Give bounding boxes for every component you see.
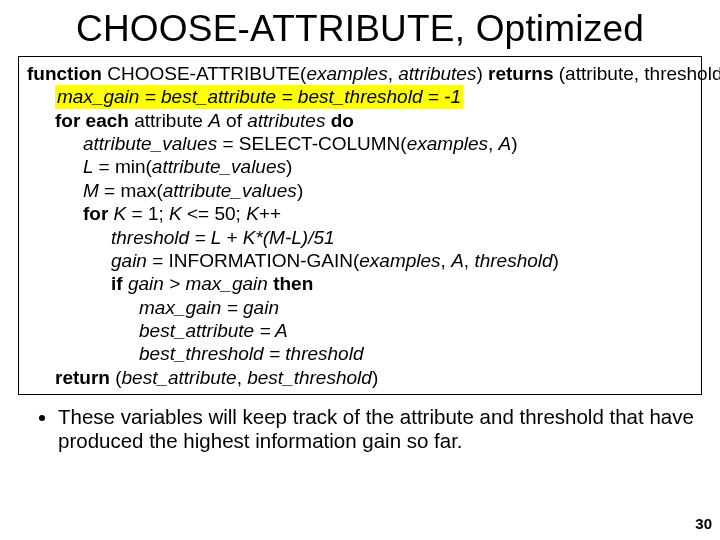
page-number: 30 xyxy=(695,515,712,532)
code-line-setmax: max_gain = gain xyxy=(27,296,693,319)
code-line-init-highlight: max_gain = best_attribute = best_thresho… xyxy=(27,85,693,108)
code-line-threshold: threshold = L + K*(M-L)/51 xyxy=(27,226,693,249)
code-line-max: M = max(attribute_values) xyxy=(27,179,693,202)
pseudocode-box: function CHOOSE-ATTRIBUTE(examples, attr… xyxy=(18,56,702,395)
code-line-setattr: best_attribute = A xyxy=(27,319,693,342)
bullet-list: These variables will keep track of the a… xyxy=(18,405,702,453)
code-line-signature: function CHOOSE-ATTRIBUTE(examples, attr… xyxy=(27,62,693,85)
code-line-gain: gain = INFORMATION-GAIN(examples, A, thr… xyxy=(27,249,693,272)
code-line-if: if gain > max_gain then xyxy=(27,272,693,295)
slide-title: CHOOSE-ATTRIBUTE, Optimized xyxy=(18,8,702,50)
bullet-item: These variables will keep track of the a… xyxy=(58,405,702,453)
code-line-select: attribute_values = SELECT-COLUMN(example… xyxy=(27,132,693,155)
code-line-foreach: for each attribute A of attributes do xyxy=(27,109,693,132)
code-line-setthresh: best_threshold = threshold xyxy=(27,342,693,365)
slide: CHOOSE-ATTRIBUTE, Optimized function CHO… xyxy=(0,0,720,540)
code-line-return: return (best_attribute, best_threshold) xyxy=(27,366,693,389)
code-line-fork: for K = 1; K <= 50; K++ xyxy=(27,202,693,225)
code-line-min: L = min(attribute_values) xyxy=(27,155,693,178)
